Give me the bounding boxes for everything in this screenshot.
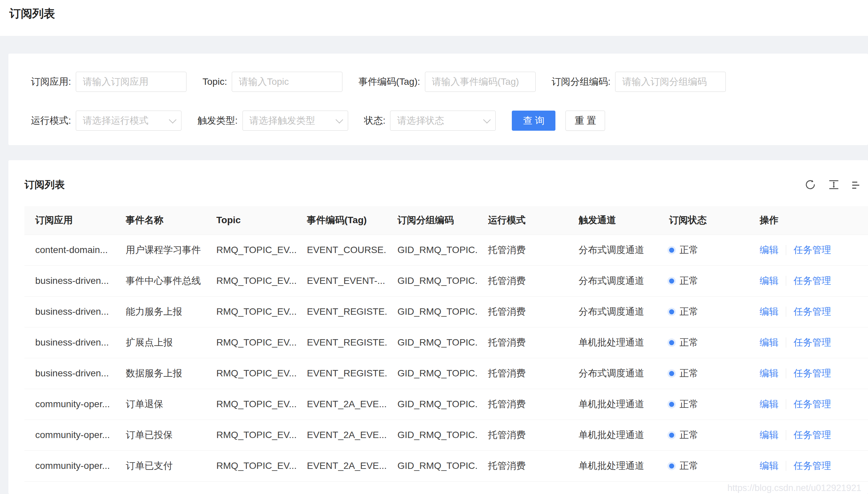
status-dot-icon <box>669 371 674 376</box>
action-divider <box>786 307 786 317</box>
cell-channel: 分布式调度通道 <box>568 358 658 389</box>
cell-text: 单机批处理通道 <box>578 399 644 409</box>
status-dot-icon <box>669 279 674 284</box>
density-icon[interactable] <box>828 178 840 191</box>
edit-link[interactable]: 编辑 <box>760 429 778 441</box>
app-input[interactable] <box>76 72 186 92</box>
cell-status: 正常 <box>658 389 749 420</box>
edit-link[interactable]: 编辑 <box>760 367 778 380</box>
filter-label-group-code: 订阅分组编码: <box>552 75 611 88</box>
cell-group: GID_RMQ_TOPIC... <box>387 296 477 327</box>
cell-tag: EVENT_EVENT-... <box>296 265 387 296</box>
cell-text: EVENT_REGISTE... <box>307 306 387 317</box>
table-row: community-oper... 订单已支付 RMQ_TOPIC_EV... … <box>24 451 868 481</box>
edit-link[interactable]: 编辑 <box>760 244 778 256</box>
table-row: business-driven... 能力服务上报 RMQ_TOPIC_EV..… <box>24 296 868 327</box>
column-settings-icon[interactable] <box>851 178 863 191</box>
cell-actions: 编辑 任务管理 <box>749 327 868 358</box>
status-dot-icon <box>669 309 674 315</box>
cell-status: 正常 <box>658 265 749 296</box>
filter-label-trigger-type: 触发类型: <box>198 114 238 127</box>
reload-icon[interactable] <box>804 178 816 191</box>
trigger-type-placeholder: 请选择触发类型 <box>250 114 315 127</box>
cell-text: RMQ_TOPIC_EV... <box>216 368 296 378</box>
cell-status: 正常 <box>658 451 749 481</box>
edit-link[interactable]: 编辑 <box>760 398 778 411</box>
table-body: content-domain... 用户课程学习事件 RMQ_TOPIC_EV.… <box>24 234 868 481</box>
cell-text: business-driven... <box>35 368 109 378</box>
cell-text: community-oper... <box>35 460 110 471</box>
filter-label-status: 状态: <box>364 114 386 127</box>
cell-channel: 单机批处理通道 <box>568 389 658 420</box>
cell-event-name: 订单退保 <box>115 389 206 420</box>
search-button[interactable]: 查 询 <box>512 111 555 131</box>
status-select[interactable]: 请选择状态 <box>390 111 496 131</box>
chevron-down-icon <box>169 116 177 124</box>
cell-actions: 编辑 任务管理 <box>749 420 868 451</box>
filter-field-app: 订阅应用: <box>31 72 186 92</box>
cell-text: EVENT_COURSE... <box>307 245 387 255</box>
chevron-down-icon <box>483 116 491 124</box>
task-manage-link[interactable]: 任务管理 <box>794 398 831 411</box>
task-manage-link[interactable]: 任务管理 <box>794 244 831 256</box>
cell-text: 用户课程学习事件 <box>126 245 201 255</box>
cell-text: GID_RMQ_TOPIC... <box>398 306 477 317</box>
edit-link[interactable]: 编辑 <box>760 459 778 472</box>
cell-text: 事件中心事件总线 <box>126 276 201 286</box>
tag-input[interactable] <box>425 72 536 92</box>
table-row: community-oper... 订单退保 RMQ_TOPIC_EV... E… <box>24 389 868 420</box>
cell-app: business-driven... <box>24 327 115 358</box>
cell-event-name: 数据服务上报 <box>115 358 206 389</box>
cell-text: RMQ_TOPIC_EV... <box>216 337 296 347</box>
toolbar-icons <box>793 178 854 191</box>
status-dot-icon <box>669 463 674 469</box>
cell-app: community-oper... <box>24 389 115 420</box>
status-dot-icon <box>669 248 674 253</box>
topic-input[interactable] <box>232 72 343 92</box>
action-divider <box>786 430 786 440</box>
action-divider <box>786 399 786 409</box>
cell-text: 托管消费 <box>488 245 525 255</box>
cell-text: 单机批处理通道 <box>578 460 644 471</box>
status-badge: 正常 <box>680 336 698 349</box>
task-manage-link[interactable]: 任务管理 <box>794 274 831 287</box>
filter-field-run-mode: 运行模式: 请选择运行模式 <box>31 111 182 131</box>
page-header: 订阅列表 <box>0 0 868 36</box>
edit-link[interactable]: 编辑 <box>760 274 778 287</box>
filter-field-status: 状态: 请选择状态 <box>364 111 496 131</box>
cell-actions: 编辑 任务管理 <box>749 451 868 481</box>
cell-status: 正常 <box>658 327 749 358</box>
task-manage-link[interactable]: 任务管理 <box>794 429 831 441</box>
filter-field-topic: Topic: <box>203 72 343 92</box>
cell-actions: 编辑 任务管理 <box>749 358 868 389</box>
cell-topic: RMQ_TOPIC_EV... <box>206 265 296 296</box>
page-title: 订阅列表 <box>10 5 868 21</box>
col-header-topic: Topic <box>206 206 296 234</box>
col-header-mode: 运行模式 <box>477 206 568 234</box>
cell-group: GID_RMQ_TOPIC... <box>387 358 477 389</box>
cell-app: business-driven... <box>24 358 115 389</box>
cell-text: 托管消费 <box>488 306 525 317</box>
status-badge: 正常 <box>680 244 698 256</box>
edit-link[interactable]: 编辑 <box>760 305 778 318</box>
cell-actions: 编辑 任务管理 <box>749 234 868 265</box>
edit-link[interactable]: 编辑 <box>760 336 778 349</box>
run-mode-select[interactable]: 请选择运行模式 <box>76 111 182 131</box>
cell-text: EVENT_REGISTE... <box>307 368 387 378</box>
cell-text: 订单退保 <box>126 399 163 409</box>
task-manage-link[interactable]: 任务管理 <box>794 459 831 472</box>
status-badge: 正常 <box>680 429 698 441</box>
cell-group: GID_RMQ_TOPIC... <box>387 451 477 481</box>
group-code-input[interactable] <box>615 72 726 92</box>
trigger-type-select[interactable]: 请选择触发类型 <box>242 111 348 131</box>
table-row: content-domain... 用户课程学习事件 RMQ_TOPIC_EV.… <box>24 234 868 265</box>
cell-topic: RMQ_TOPIC_EV... <box>206 327 296 358</box>
cell-text: community-oper... <box>35 430 110 440</box>
task-manage-link[interactable]: 任务管理 <box>794 367 831 380</box>
task-manage-link[interactable]: 任务管理 <box>794 336 831 349</box>
task-manage-link[interactable]: 任务管理 <box>794 305 831 318</box>
cell-mode: 托管消费 <box>477 389 568 420</box>
status-dot-icon <box>669 402 674 407</box>
cell-topic: RMQ_TOPIC_EV... <box>206 296 296 327</box>
reset-button[interactable]: 重 置 <box>566 111 605 131</box>
